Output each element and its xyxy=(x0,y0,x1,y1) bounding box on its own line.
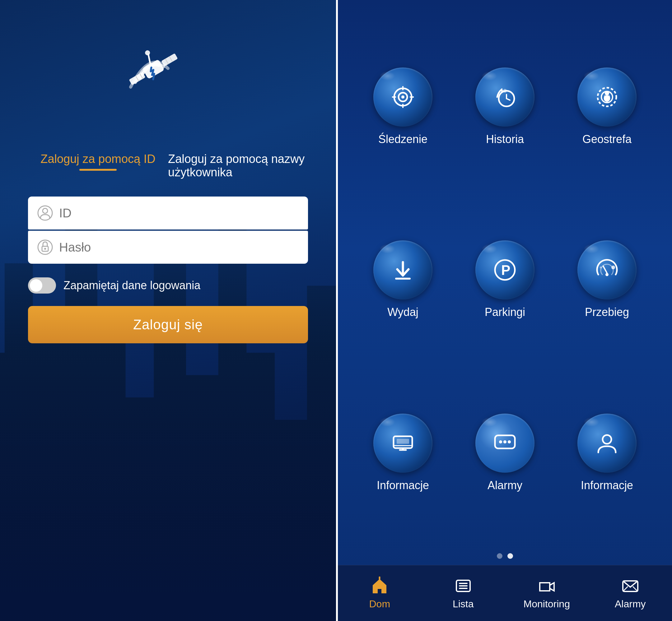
remember-toggle[interactable] xyxy=(28,277,56,294)
password-input[interactable] xyxy=(59,240,299,254)
svg-point-8 xyxy=(144,49,151,56)
menu-item-przebieg[interactable]: Przebieg xyxy=(561,198,653,361)
svg-point-43 xyxy=(503,440,507,444)
home-icon xyxy=(370,577,389,595)
menu-circle-geostrefa xyxy=(578,68,636,127)
menu-label-alarmy: Alarmy xyxy=(487,479,522,492)
envelope-icon xyxy=(621,577,640,595)
menu-item-sledzenie[interactable]: Śledzenie xyxy=(357,25,449,189)
toggle-knob xyxy=(30,279,42,292)
login-tabs: Zaloguj za pomocą ID Zaloguj za pomocą n… xyxy=(28,152,308,184)
menu-circle-alarmy xyxy=(475,414,535,473)
chat-icon xyxy=(492,431,517,456)
lock-icon xyxy=(37,240,53,255)
svg-point-34 xyxy=(611,265,615,269)
password-field-container xyxy=(28,231,308,264)
menu-label-sledzenie: Śledzenie xyxy=(378,133,428,146)
bottom-nav: Dom Lista Monitoring xyxy=(338,565,672,621)
menu-circle-sledzenie xyxy=(373,68,432,127)
nav-alarmy[interactable]: Alarmy xyxy=(589,565,672,621)
svg-rect-4 xyxy=(161,53,177,66)
logo-area xyxy=(115,47,221,134)
menu-label-informacje2: Informacje xyxy=(581,479,633,492)
tab-id-underline xyxy=(79,169,117,171)
list-icon xyxy=(454,577,473,595)
history-icon xyxy=(492,85,517,110)
login-form xyxy=(28,197,308,265)
parking-icon: P xyxy=(492,257,517,282)
menu-circle-wydaj xyxy=(373,240,432,299)
svg-text:P: P xyxy=(501,262,510,278)
menu-circle-informacje2 xyxy=(578,414,636,473)
menu-label-przebieg: Przebieg xyxy=(585,306,629,319)
menu-grid: Śledzenie Historia xyxy=(338,0,672,547)
menu-item-geostrefa[interactable]: Geostrefa xyxy=(561,25,653,189)
dot-2 xyxy=(507,553,513,559)
tab-username[interactable]: Zaloguj za pomocą nazwy użytkownika xyxy=(168,152,308,184)
download-icon xyxy=(390,257,415,282)
person-icon xyxy=(37,205,53,221)
nav-alarmy-label: Alarmy xyxy=(615,598,646,610)
menu-item-alarmy[interactable]: Alarmy xyxy=(459,371,551,535)
menu-label-wydaj: Wydaj xyxy=(387,306,419,319)
svg-point-42 xyxy=(499,440,502,444)
svg-line-33 xyxy=(603,266,607,273)
svg-point-10 xyxy=(43,208,48,213)
nav-dom[interactable]: Dom xyxy=(338,565,422,621)
satellite-logo xyxy=(115,47,221,134)
dots-indicator xyxy=(338,547,672,565)
menu-item-informacje1[interactable]: Informacje xyxy=(357,371,449,535)
svg-point-45 xyxy=(603,435,611,444)
menu-label-geostrefa: Geostrefa xyxy=(582,133,632,146)
svg-point-35 xyxy=(600,266,602,268)
svg-line-52 xyxy=(623,586,628,591)
svg-point-13 xyxy=(44,248,46,250)
left-panel: Zaloguj za pomocą ID Zaloguj za pomocą n… xyxy=(0,0,336,621)
nav-dom-label: Dom xyxy=(369,598,390,610)
login-button[interactable]: Zaloguj się xyxy=(28,306,308,343)
svg-line-24 xyxy=(507,98,510,100)
id-field-container xyxy=(28,197,308,230)
screen-icon xyxy=(390,431,415,456)
svg-point-16 xyxy=(401,95,404,98)
svg-rect-40 xyxy=(397,439,409,444)
menu-item-informacje2[interactable]: Informacje xyxy=(561,371,653,535)
menu-item-wydaj[interactable]: Wydaj xyxy=(357,198,449,361)
nav-lista-label: Lista xyxy=(453,598,474,610)
svg-point-28 xyxy=(605,91,609,95)
svg-point-22 xyxy=(503,89,507,93)
id-input[interactable] xyxy=(59,206,299,220)
menu-circle-przebieg xyxy=(578,240,636,299)
nav-lista[interactable]: Lista xyxy=(422,565,505,621)
tab-id[interactable]: Zaloguj za pomocą ID xyxy=(28,152,168,184)
target-icon xyxy=(390,85,415,110)
person-circle-icon xyxy=(595,431,620,456)
right-panel: Śledzenie Historia xyxy=(338,0,672,621)
svg-line-53 xyxy=(633,586,638,591)
svg-point-44 xyxy=(508,440,511,444)
menu-item-parkingi[interactable]: P Parkingi xyxy=(459,198,551,361)
geofence-icon xyxy=(595,85,620,110)
menu-circle-historia xyxy=(475,68,535,127)
remember-label: Zapamiętaj dane logowania xyxy=(64,279,200,292)
nav-monitoring-label: Monitoring xyxy=(524,598,570,610)
tab-id-label: Zaloguj za pomocą ID xyxy=(40,152,156,166)
speedometer-icon xyxy=(595,257,620,282)
menu-label-informacje1: Informacje xyxy=(377,479,429,492)
svg-point-25 xyxy=(501,90,504,93)
dot-1 xyxy=(497,553,503,559)
menu-circle-parkingi: P xyxy=(475,240,535,299)
nav-monitoring[interactable]: Monitoring xyxy=(505,565,589,621)
menu-item-historia[interactable]: Historia xyxy=(459,25,551,189)
menu-circle-informacje1 xyxy=(373,414,432,473)
tab-username-label: Zaloguj za pomocą nazwy użytkownika xyxy=(168,152,308,179)
remember-row: Zapamiętaj dane logowania xyxy=(28,277,308,294)
menu-label-historia: Historia xyxy=(486,133,524,146)
menu-label-parkingi: Parkingi xyxy=(485,306,525,319)
camera-icon xyxy=(537,577,556,595)
